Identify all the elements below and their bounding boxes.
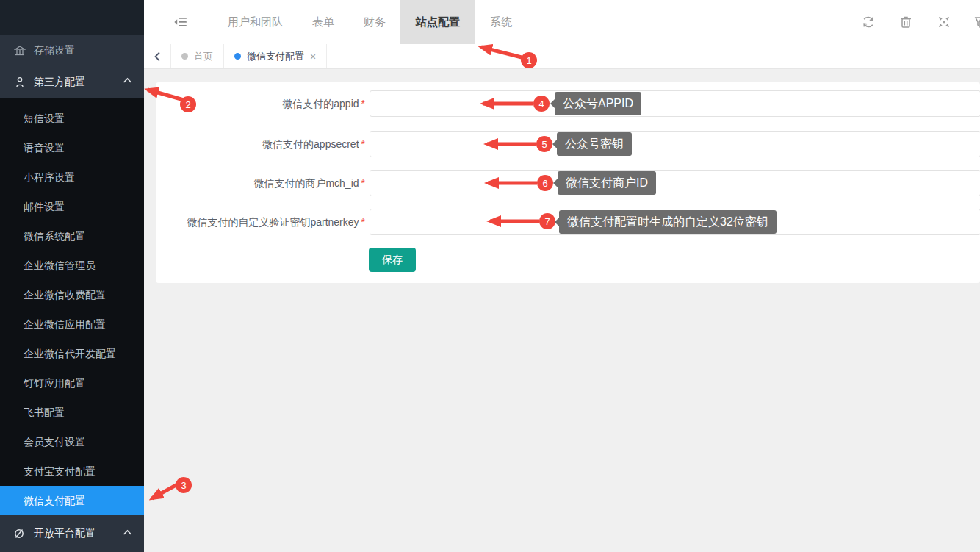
required-asterisk: * [361, 177, 365, 189]
person-icon [13, 76, 26, 88]
sidebar-item-wechat-system[interactable]: 微信系统配置 [0, 221, 144, 251]
appsecret-input[interactable] [370, 131, 980, 157]
sidebar-section-third-party-label: 第三方配置 [34, 76, 85, 89]
tooltip-partnerkey: 微信支付配置时生成的自定义32位密钥 [559, 210, 777, 234]
tab-close-icon[interactable]: × [310, 51, 316, 62]
sidebar-item-wechat-pay-active[interactable]: 微信支付配置 [0, 486, 144, 515]
clipped-edge-icon[interactable] [973, 13, 980, 31]
topnav-site-config[interactable]: 站点配置 [400, 0, 475, 44]
tooltip-appsecret: 公众号密钥 [557, 132, 632, 156]
sidebar-section-storage-label: 存储设置 [34, 44, 75, 57]
refresh-icon[interactable] [860, 13, 877, 31]
tooltip-appid: 公众号APPID [555, 92, 641, 115]
sidebar-section-third-party[interactable]: 第三方配置 [0, 66, 144, 98]
tooltip-mchid: 微信支付商户ID [558, 171, 656, 195]
tab-dot-icon [181, 53, 188, 60]
field-label-appsecret: 微信支付的appsecret* [156, 131, 365, 157]
topnav-finance[interactable]: 财务 [351, 0, 398, 44]
top-header: 用户和团队 表单 财务 站点配置 系统 [144, 0, 980, 44]
sidebar-item-mail[interactable]: 邮件设置 [0, 192, 144, 221]
bank-icon [13, 45, 26, 57]
fullscreen-icon[interactable] [935, 13, 953, 31]
callout-3: 3 [176, 477, 192, 493]
sidebar: 存储设置 第三方配置 短信设置 语音设置 小程序设置 邮件设置 微信系统配置 企… [0, 0, 144, 552]
sidebar-item-dingtalk[interactable]: 钉钉应用配置 [0, 368, 144, 398]
tab-wechat-pay-config[interactable]: 微信支付配置 × [224, 44, 327, 68]
sidebar-section-open-platform-label: 开放平台配置 [34, 527, 96, 540]
required-asterisk: * [361, 216, 365, 228]
trash-icon[interactable] [897, 13, 915, 31]
topnav-forms[interactable]: 表单 [300, 0, 347, 44]
callout-2: 2 [180, 96, 196, 112]
sidebar-item-member-pay[interactable]: 会员支付设置 [0, 427, 144, 456]
appid-input[interactable] [370, 90, 980, 117]
tab-home[interactable]: 首页 [171, 44, 224, 68]
sidebar-item-voice[interactable]: 语音设置 [0, 133, 144, 162]
tabs-back-button[interactable] [144, 44, 171, 68]
sidebar-item-alipay[interactable]: 支付宝支付配置 [0, 456, 144, 486]
sidebar-item-sms[interactable]: 短信设置 [0, 104, 144, 133]
required-asterisk: * [361, 138, 365, 150]
mchid-input[interactable] [370, 170, 980, 196]
sidebar-item-feishu[interactable]: 飞书配置 [0, 398, 144, 427]
callout-1: 1 [521, 52, 537, 68]
field-label-mchid: 微信支付的商户mch_id* [156, 170, 365, 196]
tab-dot-icon [234, 53, 241, 60]
sidebar-submenu: 短信设置 语音设置 小程序设置 邮件设置 微信系统配置 企业微信管理员 企业微信… [0, 98, 144, 515]
chevron-up-icon [123, 77, 132, 84]
sidebar-section-open-platform[interactable]: 开放平台配置 [0, 515, 144, 552]
sidebar-top-block [0, 0, 144, 35]
sidebar-item-wecom-admin[interactable]: 企业微信管理员 [0, 251, 144, 280]
topnav-system[interactable]: 系统 [478, 0, 525, 44]
open-platform-icon [13, 528, 26, 540]
tab-strip: 首页 微信支付配置 × [144, 44, 980, 69]
tab-wechat-pay-label: 微信支付配置 [247, 50, 304, 63]
field-label-partnerkey: 微信支付的自定义验证密钥partnerkey* [156, 209, 365, 235]
sidebar-item-wecom-dev[interactable]: 企业微信代开发配置 [0, 339, 144, 368]
sidebar-item-wecom-fee[interactable]: 企业微信收费配置 [0, 280, 144, 309]
sidebar-collapse-icon[interactable] [172, 13, 191, 31]
page-root: { "sidebar": { "storage": { "label": "存储… [0, 0, 980, 552]
save-button[interactable]: 保存 [369, 248, 416, 272]
required-asterisk: * [361, 98, 365, 110]
tab-home-label: 首页 [194, 50, 213, 63]
topnav-users-teams[interactable]: 用户和团队 [220, 0, 290, 44]
sidebar-item-wecom-app[interactable]: 企业微信应用配置 [0, 309, 144, 339]
sidebar-item-miniprogram[interactable]: 小程序设置 [0, 162, 144, 192]
chevron-up-icon [123, 529, 132, 536]
sidebar-section-storage[interactable]: 存储设置 [0, 35, 144, 66]
